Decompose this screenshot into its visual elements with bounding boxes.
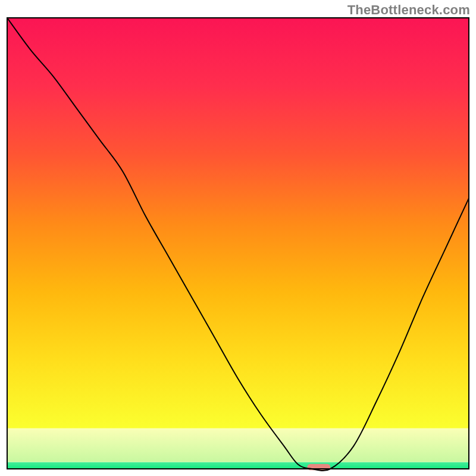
plot-area bbox=[7, 18, 469, 471]
region-green-band bbox=[7, 462, 469, 469]
chart-container: TheBottleneck.com bbox=[0, 0, 476, 476]
bottleneck-chart bbox=[0, 0, 476, 476]
watermark-text: TheBottleneck.com bbox=[347, 2, 470, 18]
region-pale-band bbox=[7, 428, 469, 462]
region-gradient-main bbox=[7, 18, 469, 428]
